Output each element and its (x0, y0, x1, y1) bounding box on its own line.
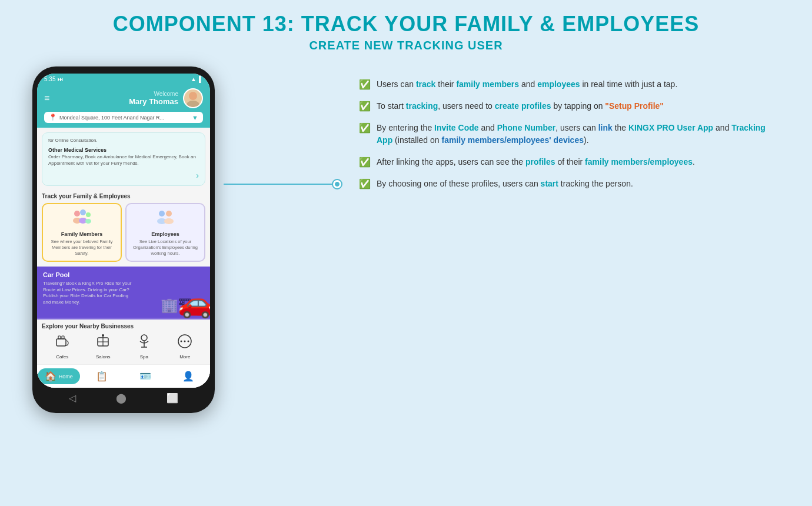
info-item-3: ✅ By entering the Invite Code and Phone … (359, 122, 777, 147)
more-label: More (165, 354, 206, 359)
info-item-1: ✅ Users can track their family members a… (359, 78, 777, 91)
hamburger-icon[interactable]: ≡ (44, 93, 49, 104)
other-medical-section: Other Medical Services Order Pharmacy, B… (48, 147, 199, 167)
info-item-4: ✅ After linking the apps, users can see … (359, 156, 777, 168)
user-avatar (183, 88, 203, 108)
check-icon-3: ✅ (359, 122, 371, 134)
status-wifi-icon: ▲ (191, 76, 197, 82)
page-title: COMPONENT 13: TRACK YOUR FAMILY & EMPLOY… (113, 12, 699, 36)
home-button: ⬤ (116, 392, 127, 404)
medical-card-chevron-icon: › (196, 171, 199, 180)
phone-device: 5:35 ⏭ ▲ ▌ ≡ Welcome Mary Thomas (32, 66, 215, 413)
more-icon (165, 333, 206, 353)
info-text-3: By entering the Invite Code and Phone Nu… (377, 122, 777, 147)
svg-point-18 (102, 334, 104, 337)
svg-point-24 (184, 341, 186, 342)
info-panel: ✅ Users can track their family members a… (341, 66, 788, 202)
carpool-title: Car Pool (43, 271, 204, 278)
nav-list[interactable]: 📋 (81, 371, 124, 382)
track-cards-container: Family Members See where your beloved Fa… (37, 201, 210, 267)
welcome-block: Welcome Mary Thomas (49, 91, 178, 106)
location-text: Mondeal Square, 100 Feet Anand Nagar R..… (59, 115, 189, 121)
location-bar[interactable]: 📍 Mondeal Square, 100 Feet Anand Nagar R… (44, 112, 203, 123)
svg-point-4 (86, 212, 91, 217)
home-icon: 🏠 (45, 371, 56, 382)
svg-point-0 (189, 92, 197, 100)
svg-point-2 (74, 211, 80, 217)
family-icon (48, 209, 116, 229)
info-item-2: ✅ To start tracking, users need to creat… (359, 100, 777, 112)
employees-card-title: Employees (131, 231, 199, 237)
connector-line (224, 184, 341, 185)
profile-icon: 👤 (182, 371, 194, 381)
svg-point-3 (80, 209, 86, 215)
status-icon-music: ⏭ (58, 76, 64, 82)
info-text-4: After linking the apps, users can see th… (377, 156, 695, 168)
track-section-title: Track your Family & Employees (37, 191, 210, 201)
app-content: for Online Consultation. Other Medical S… (37, 128, 210, 388)
nearby-salons[interactable]: Salons (83, 333, 124, 359)
nearby-cafes[interactable]: Cafes (42, 333, 83, 359)
status-signal-icon: ▌ (199, 76, 203, 82)
cafes-icon (42, 333, 83, 353)
nav-home[interactable]: 🏠 Home (37, 368, 81, 384)
svg-point-25 (188, 341, 189, 342)
check-icon-2: ✅ (359, 101, 371, 112)
list-icon: 📋 (96, 371, 108, 381)
page-subtitle: CREATE NEW TRACKING USER (309, 39, 502, 52)
recent-button: ⬜ (167, 392, 178, 404)
cafes-label: Cafes (42, 354, 83, 359)
phone-screen: 5:35 ⏭ ▲ ▌ ≡ Welcome Mary Thomas (37, 74, 210, 388)
salons-icon (83, 333, 124, 353)
nav-home-label: Home (59, 374, 73, 380)
info-item-5: ✅ By choosing one of these profiles, use… (359, 178, 777, 190)
info-text-1: Users can track their family members and… (377, 78, 677, 91)
status-bar: 5:35 ⏭ ▲ ▌ (37, 74, 210, 85)
svg-point-8 (159, 211, 165, 217)
connector-line-container (224, 66, 341, 302)
status-time: 5:35 (44, 76, 55, 82)
nearby-more[interactable]: More (165, 333, 206, 359)
phone-mockup: 5:35 ⏭ ▲ ▌ ≡ Welcome Mary Thomas (24, 66, 224, 413)
nearby-section-title: Explore your Nearby Businesses (37, 319, 210, 331)
info-text-2: To start tracking, users need to create … (377, 100, 664, 112)
medical-services-card: for Online Consultation. Other Medical S… (42, 132, 205, 186)
connector-dot (333, 180, 341, 188)
svg-point-9 (166, 211, 172, 217)
svg-point-7 (85, 219, 91, 224)
nav-profile[interactable]: 👤 (167, 371, 211, 382)
employees-card[interactable]: Employees See Live Locations of your Org… (125, 203, 205, 262)
welcome-label: Welcome (49, 91, 178, 97)
check-icon-4: ✅ (359, 157, 371, 168)
phone-hardware-buttons: ◁ ⬤ ⬜ (37, 388, 210, 406)
carpool-desc: Traveling? Book a KingX Pro Ride for you… (43, 281, 132, 305)
employees-icon (131, 209, 199, 229)
back-button: ◁ (69, 392, 76, 404)
online-consultation-desc: for Online Consultation. (48, 138, 199, 144)
check-icon-1: ✅ (359, 79, 371, 90)
chevron-down-icon: ▼ (192, 114, 198, 121)
svg-point-11 (164, 218, 174, 224)
car-icon: 🚗 (178, 287, 210, 319)
svg-point-19 (141, 335, 147, 341)
family-card-title: Family Members (48, 231, 116, 237)
other-medical-desc: Order Pharmacy, Book an Ambulance for Me… (48, 154, 199, 167)
card-icon: 🪪 (139, 371, 151, 381)
nearby-spa[interactable]: Spa (124, 333, 165, 359)
check-icon-5: ✅ (359, 178, 371, 189)
spa-label: Spa (124, 354, 165, 359)
family-members-card[interactable]: Family Members See where your beloved Fa… (42, 203, 122, 262)
employees-card-desc: See Live Locations of your Organization'… (131, 239, 199, 256)
svg-point-23 (181, 341, 182, 342)
salons-label: Salons (83, 354, 124, 359)
carpool-section: Car Pool Traveling? Book a KingX Pro Rid… (37, 267, 210, 319)
bottom-nav: 🏠 Home 📋 🪪 👤 (37, 364, 210, 388)
nav-card[interactable]: 🪪 (124, 371, 167, 382)
svg-rect-12 (56, 339, 66, 346)
spa-icon (124, 333, 165, 353)
nearby-items-container: Cafes Salons (37, 331, 210, 364)
info-text-5: By choosing one of these profiles, users… (377, 178, 633, 190)
online-consultation-section: for Online Consultation. (48, 138, 199, 144)
other-medical-title: Other Medical Services (48, 147, 199, 153)
family-card-desc: See where your beloved Family Members ar… (48, 239, 116, 256)
